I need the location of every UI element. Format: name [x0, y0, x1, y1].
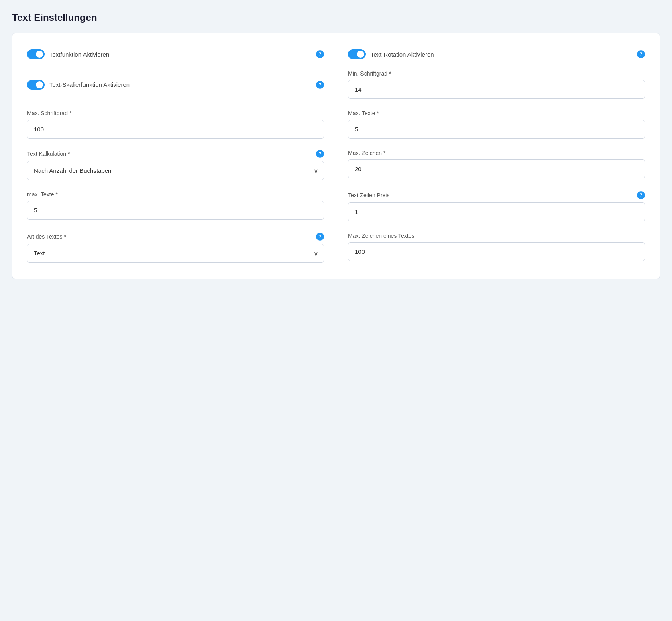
max-zeichen-label: Max. Zeichen * — [348, 150, 645, 156]
min-schriftgrad-label-row: Min. Schriftgrad * — [348, 70, 645, 77]
text-kalkulation-select-wrapper: Nach Anzahl der Buchstaben ∨ — [27, 161, 324, 180]
text-kalkulation-label: Text Kalkulation * — [27, 151, 70, 157]
text-kalkulation-label-row: Text Kalkulation * ? — [27, 150, 324, 158]
max-texte-bottom-label: max. Texte * — [27, 191, 324, 198]
text-zeilen-preis-help-icon[interactable]: ? — [637, 191, 645, 199]
art-des-textes-select[interactable]: Text — [27, 244, 324, 263]
textfunktion-toggle-left: Textfunktion Aktivieren — [27, 49, 109, 59]
row-3: Max. Schriftgrad * Max. Texte * — [27, 110, 645, 139]
max-texte-top-group: Max. Texte * — [348, 110, 645, 139]
max-texte-bottom-group: max. Texte * — [27, 191, 324, 221]
text-zeilen-preis-input[interactable] — [348, 202, 645, 221]
art-des-textes-label: Art des Textes * — [27, 233, 66, 240]
row-2: Text-Skalierfunktion Aktivieren ? Min. S… — [27, 70, 645, 99]
text-zeilen-preis-label-row: Text Zeilen Preis ? — [348, 191, 645, 199]
min-schriftgrad-label: Min. Schriftgrad * — [348, 70, 391, 77]
text-zeilen-preis-group: Text Zeilen Preis ? — [348, 191, 645, 221]
text-zeilen-preis-label: Text Zeilen Preis — [348, 192, 389, 198]
row-5: max. Texte * Text Zeilen Preis ? — [27, 191, 645, 221]
skalierfunktion-toggle-left: Text-Skalierfunktion Aktivieren — [27, 80, 130, 90]
min-schriftgrad-group: Min. Schriftgrad * — [348, 70, 645, 99]
max-schriftgrad-input[interactable] — [27, 120, 324, 139]
row-4: Text Kalkulation * ? Nach Anzahl der Buc… — [27, 150, 645, 180]
row-6: Art des Textes * ? Text ∨ Max. Zeichen e… — [27, 233, 645, 263]
art-des-textes-label-row: Art des Textes * ? — [27, 233, 324, 241]
max-texte-bottom-input[interactable] — [27, 201, 324, 220]
textfunktion-slider — [27, 49, 45, 59]
rotation-toggle-group: Text-Rotation Aktivieren ? — [348, 49, 645, 59]
max-zeichen-eines-textes-input[interactable] — [348, 242, 645, 261]
skalierfunktion-label: Text-Skalierfunktion Aktivieren — [49, 81, 130, 88]
max-texte-top-label: Max. Texte * — [348, 110, 645, 116]
text-kalkulation-group: Text Kalkulation * ? Nach Anzahl der Buc… — [27, 150, 324, 180]
textfunktion-label: Textfunktion Aktivieren — [49, 51, 109, 58]
rotation-slider — [348, 49, 366, 59]
settings-card: Textfunktion Aktivieren ? Text-Rotation … — [12, 33, 660, 279]
rotation-help-icon[interactable]: ? — [637, 50, 645, 58]
skalierfunktion-toggle[interactable] — [27, 80, 45, 90]
max-zeichen-group: Max. Zeichen * — [348, 150, 645, 180]
max-texte-top-input[interactable] — [348, 120, 645, 139]
textfunktion-toggle-group: Textfunktion Aktivieren ? — [27, 49, 324, 59]
rotation-toggle[interactable] — [348, 49, 366, 59]
art-des-textes-help-icon[interactable]: ? — [316, 233, 324, 241]
max-zeichen-input[interactable] — [348, 159, 645, 178]
skalierfunktion-toggle-group: Text-Skalierfunktion Aktivieren ? — [27, 70, 324, 99]
text-kalkulation-select[interactable]: Nach Anzahl der Buchstaben — [27, 161, 324, 180]
page-title: Text Einstellungen — [12, 12, 660, 23]
text-kalkulation-help-icon[interactable]: ? — [316, 150, 324, 158]
toggles-row-1: Textfunktion Aktivieren ? Text-Rotation … — [27, 49, 645, 59]
min-schriftgrad-input[interactable] — [348, 80, 645, 99]
skalierfunktion-help-icon[interactable]: ? — [316, 81, 324, 89]
max-schriftgrad-label: Max. Schriftgrad * — [27, 110, 324, 116]
max-zeichen-eines-textes-group: Max. Zeichen eines Textes — [348, 233, 645, 263]
art-des-textes-group: Art des Textes * ? Text ∨ — [27, 233, 324, 263]
skalierfunktion-slider — [27, 80, 45, 90]
max-schriftgrad-group: Max. Schriftgrad * — [27, 110, 324, 139]
max-zeichen-eines-textes-label: Max. Zeichen eines Textes — [348, 233, 645, 239]
rotation-toggle-left: Text-Rotation Aktivieren — [348, 49, 434, 59]
textfunktion-toggle[interactable] — [27, 49, 45, 59]
rotation-label: Text-Rotation Aktivieren — [371, 51, 434, 58]
art-des-textes-select-wrapper: Text ∨ — [27, 244, 324, 263]
textfunktion-help-icon[interactable]: ? — [316, 50, 324, 58]
